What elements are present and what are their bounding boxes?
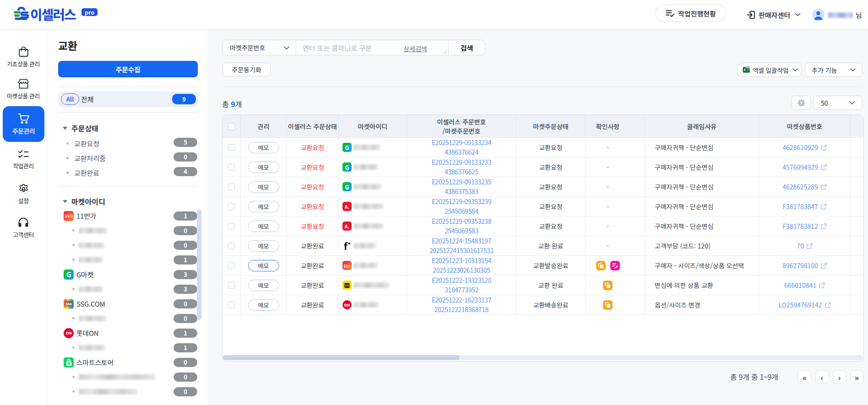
svg-text:N: N: [67, 360, 70, 365]
svg-text:X: X: [743, 67, 746, 72]
